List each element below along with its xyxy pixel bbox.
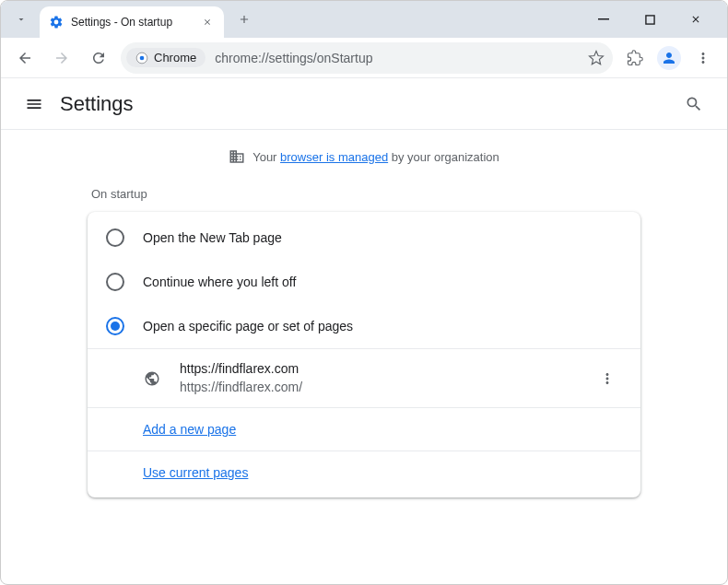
- radio-label: Open the New Tab page: [143, 230, 282, 245]
- arrow-right-icon: [53, 50, 70, 66]
- startup-card: Open the New Tab page Continue where you…: [88, 212, 640, 497]
- use-current-link[interactable]: Use current pages: [143, 465, 248, 480]
- url-input[interactable]: [205, 51, 583, 65]
- window-controls: [589, 5, 720, 34]
- page-item-menu-button[interactable]: [593, 364, 622, 393]
- avatar-icon: [661, 50, 677, 66]
- building-icon: [229, 148, 245, 165]
- chrome-menu-button[interactable]: [688, 43, 718, 73]
- gear-icon: [49, 15, 64, 29]
- bookmark-button[interactable]: [583, 45, 609, 71]
- radio-icon: [106, 317, 124, 335]
- page-info: https://findflarex.com https://findflare…: [180, 360, 593, 396]
- search-icon: [685, 95, 703, 113]
- use-current-row: Use current pages: [88, 450, 640, 494]
- content: Your browser is managed by your organiza…: [1, 130, 727, 505]
- radio-icon: [106, 228, 124, 247]
- close-icon: [203, 18, 212, 27]
- titlebar: Settings - On startup: [1, 1, 727, 38]
- maximize-button[interactable]: [635, 5, 664, 34]
- search-button[interactable]: [675, 86, 712, 123]
- toolbar: Chrome: [1, 38, 727, 78]
- reload-icon: [90, 50, 107, 66]
- close-window-button[interactable]: [681, 5, 710, 34]
- hamburger-icon: [25, 95, 43, 113]
- new-tab-button[interactable]: [231, 6, 257, 32]
- page-favicon: [143, 369, 161, 388]
- page-item-title: https://findflarex.com: [180, 360, 593, 379]
- reload-button[interactable]: [84, 43, 113, 73]
- chrome-logo-icon: [135, 52, 148, 64]
- radio-specific-pages[interactable]: Open a specific page or set of pages: [88, 304, 640, 348]
- site-chip[interactable]: Chrome: [126, 48, 205, 67]
- arrow-left-icon: [17, 50, 33, 66]
- maximize-icon: [645, 15, 655, 25]
- svg-point-3: [140, 55, 145, 60]
- plus-icon: [238, 13, 251, 26]
- managed-text: Your browser is managed by your organiza…: [252, 150, 499, 164]
- radio-label: Open a specific page or set of pages: [143, 319, 353, 333]
- dots-vertical-icon: [695, 50, 711, 66]
- page-title: Settings: [60, 92, 134, 116]
- puzzle-icon: [627, 50, 643, 66]
- section-title: On startup: [88, 176, 640, 212]
- managed-banner: Your browser is managed by your organiza…: [1, 137, 727, 176]
- add-page-row: Add a new page: [88, 407, 640, 450]
- page-item-url: https://findflarex.com/: [180, 379, 593, 397]
- tabs-dropdown-button[interactable]: [8, 6, 34, 32]
- forward-button[interactable]: [47, 43, 76, 73]
- menu-button[interactable]: [16, 86, 53, 123]
- star-icon: [588, 50, 605, 66]
- extensions-button[interactable]: [620, 43, 650, 73]
- startup-page-item: https://findflarex.com https://findflare…: [88, 348, 640, 407]
- radio-icon: [106, 273, 124, 291]
- minimize-button[interactable]: [589, 5, 618, 34]
- radio-label: Continue where you left off: [143, 275, 296, 289]
- profile-button[interactable]: [657, 46, 681, 70]
- close-icon: [690, 14, 701, 25]
- tab-close-button[interactable]: [200, 15, 215, 29]
- svg-rect-1: [645, 15, 653, 23]
- browser-tab[interactable]: Settings - On startup: [40, 6, 224, 38]
- site-chip-label: Chrome: [154, 51, 196, 64]
- add-page-link[interactable]: Add a new page: [143, 422, 236, 437]
- svg-rect-0: [598, 18, 609, 20]
- settings-header: Settings: [1, 78, 727, 130]
- back-button[interactable]: [10, 43, 40, 73]
- startup-section: On startup Open the New Tab page Continu…: [51, 176, 677, 497]
- tab-title: Settings - On startup: [71, 16, 194, 29]
- chevron-down-icon: [16, 14, 27, 25]
- radio-continue[interactable]: Continue where you left off: [88, 260, 640, 304]
- radio-new-tab[interactable]: Open the New Tab page: [88, 216, 640, 260]
- globe-icon: [144, 370, 160, 387]
- omnibox[interactable]: Chrome: [121, 42, 613, 74]
- dots-vertical-icon: [599, 370, 616, 387]
- managed-link[interactable]: browser is managed: [280, 150, 388, 164]
- minimize-icon: [598, 14, 609, 25]
